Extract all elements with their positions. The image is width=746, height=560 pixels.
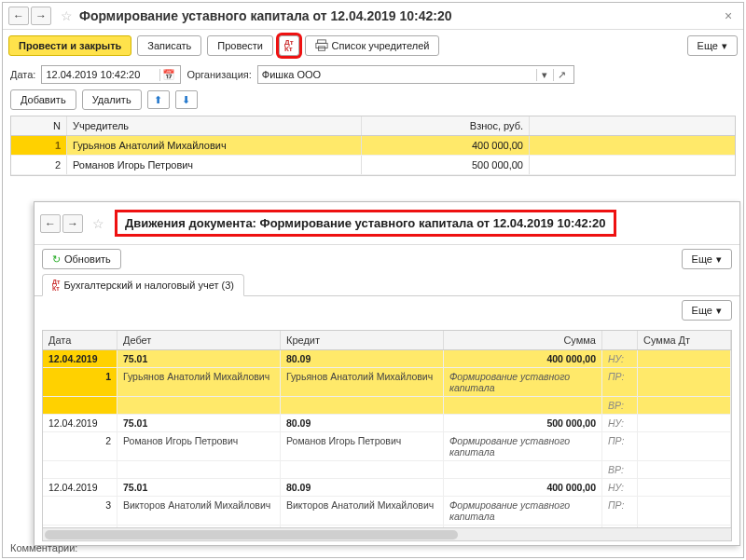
dtkt-icon: ДтКт — [284, 39, 294, 52]
move-down-button[interactable]: ⬇ — [175, 90, 198, 109]
post-and-close-button[interactable]: Провести и закрыть — [8, 35, 131, 56]
gcol-sumdt[interactable]: Сумма Дт — [638, 331, 731, 349]
grid-row[interactable]: 2 Романов Игорь Петрович Романов Игорь П… — [43, 432, 731, 461]
chevron-down-icon: ▾ — [722, 40, 727, 52]
col-founder[interactable]: Учредитель — [67, 116, 362, 135]
dtkt-icon: ДтКт — [52, 279, 60, 292]
movements-toolbar: ↻Обновить Еще ▾ — [35, 245, 739, 273]
grid-header: Дата Дебет Кредит Сумма Сумма Дт — [43, 331, 731, 350]
grid-body: 12.04.2019 75.01 80.09 400 000,00 НУ: 1 … — [43, 350, 731, 527]
window-title: Формирование уставного капитала от 12.04… — [79, 8, 719, 23]
svg-rect-1 — [315, 43, 326, 48]
tab-accounting[interactable]: ДтКт Бухгалтерский и налоговый учет (3) — [42, 274, 244, 296]
grid-row[interactable]: 1 Гурьянов Анатолий Михайлович Гурьянов … — [43, 368, 731, 397]
org-label: Организация: — [186, 69, 251, 80]
date-value: 12.04.2019 10:42:20 — [46, 69, 159, 80]
grid-row[interactable]: 3 Викторов Анатолий Михайлович Викторов … — [43, 497, 731, 526]
move-up-button[interactable]: ⬆ — [147, 90, 170, 109]
dropdown-icon[interactable]: ▾ — [536, 69, 553, 81]
grid-row[interactable]: 12.04.2019 75.01 80.09 400 000,00 НУ: — [43, 479, 731, 497]
col-n[interactable]: N — [11, 116, 67, 135]
forward-button[interactable]: → — [62, 214, 83, 233]
founders-list-label: Список учредителей — [332, 40, 430, 51]
post-button[interactable]: Провести — [207, 35, 273, 56]
open-ref-icon[interactable]: ↗ — [553, 69, 570, 81]
delete-button[interactable]: Удалить — [82, 89, 142, 110]
grid-more-row: Еще ▾ — [35, 296, 739, 324]
table-row[interactable]: 2 Романов Игорь Петрович 500 000,00 — [11, 156, 735, 175]
org-input[interactable]: Фишка ООО ▾ ↗ — [257, 65, 574, 84]
gcol-credit[interactable]: Кредит — [281, 331, 444, 349]
horizontal-scrollbar[interactable] — [43, 527, 731, 540]
date-label: Дата: — [10, 69, 35, 80]
forward-button[interactable]: → — [31, 7, 51, 25]
chevron-down-icon: ▾ — [716, 253, 722, 266]
refresh-button[interactable]: ↻Обновить — [42, 249, 121, 269]
grid-row[interactable]: 12.04.2019 75.01 80.09 500 000,00 НУ: — [43, 415, 731, 432]
titlebar: ← → ☆ Формирование уставного капитала от… — [3, 3, 743, 30]
close-icon[interactable]: × — [719, 8, 738, 23]
chevron-down-icon: ▾ — [716, 305, 722, 317]
favorite-icon[interactable]: ☆ — [89, 214, 107, 233]
movements-title: Движения документа: Формирование уставно… — [115, 210, 616, 237]
more-button[interactable]: Еще ▾ — [682, 249, 732, 269]
table-header: N Учредитель Взнос, руб. — [11, 116, 735, 136]
calendar-icon[interactable]: 📅 — [159, 69, 176, 81]
dtkt-button[interactable]: ДтКт — [279, 35, 299, 56]
movements-window: ← → ☆ Движения документа: Формирование у… — [34, 201, 740, 546]
grid-more-button[interactable]: Еще ▾ — [682, 300, 732, 321]
founders-table: N Учредитель Взнос, руб. 1 Гурьянов Анат… — [10, 116, 736, 176]
back-button[interactable]: ← — [40, 214, 61, 233]
back-button[interactable]: ← — [8, 7, 29, 25]
tab-label: Бухгалтерский и налоговый учет (3) — [63, 280, 234, 291]
founders-list-button[interactable]: Список учредителей — [305, 35, 440, 56]
main-toolbar: Провести и закрыть Записать Провести ДтК… — [3, 30, 743, 61]
col-amount[interactable]: Взнос, руб. — [362, 116, 530, 135]
refresh-icon: ↻ — [52, 253, 61, 266]
grid-row[interactable]: ВР: — [43, 397, 731, 415]
col-empty — [530, 116, 735, 135]
gcol-date[interactable]: Дата — [43, 331, 117, 349]
org-value: Фишка ООО — [262, 69, 536, 80]
add-button[interactable]: Добавить — [10, 89, 76, 110]
scrollbar-thumb[interactable] — [45, 530, 458, 540]
form-row: Дата: 12.04.2019 10:42:20 📅 Организация:… — [3, 61, 743, 88]
gcol-debit[interactable]: Дебет — [117, 331, 281, 349]
grid-row[interactable]: 12.04.2019 75.01 80.09 400 000,00 НУ: — [43, 350, 731, 368]
more-button[interactable]: Еще ▾ — [687, 35, 738, 56]
printer-icon — [315, 39, 328, 52]
gcol-lab — [602, 331, 638, 349]
titlebar: ← → ☆ Движения документа: Формирование у… — [35, 202, 739, 245]
tabs: ДтКт Бухгалтерский и налоговый учет (3) — [35, 273, 739, 296]
table-row[interactable]: 1 Гурьянов Анатолий Михайлович 400 000,0… — [11, 136, 735, 156]
gcol-sum[interactable]: Сумма — [444, 331, 602, 349]
movements-grid: Дата Дебет Кредит Сумма Сумма Дт 12.04.2… — [42, 330, 732, 541]
save-button[interactable]: Записать — [137, 35, 201, 56]
date-input[interactable]: 12.04.2019 10:42:20 📅 — [41, 65, 181, 84]
favorite-icon[interactable]: ☆ — [57, 7, 76, 25]
svg-rect-0 — [317, 40, 325, 44]
table-toolbar: Добавить Удалить ⬆ ⬇ — [3, 88, 743, 112]
grid-row[interactable]: ВР: — [43, 461, 731, 479]
